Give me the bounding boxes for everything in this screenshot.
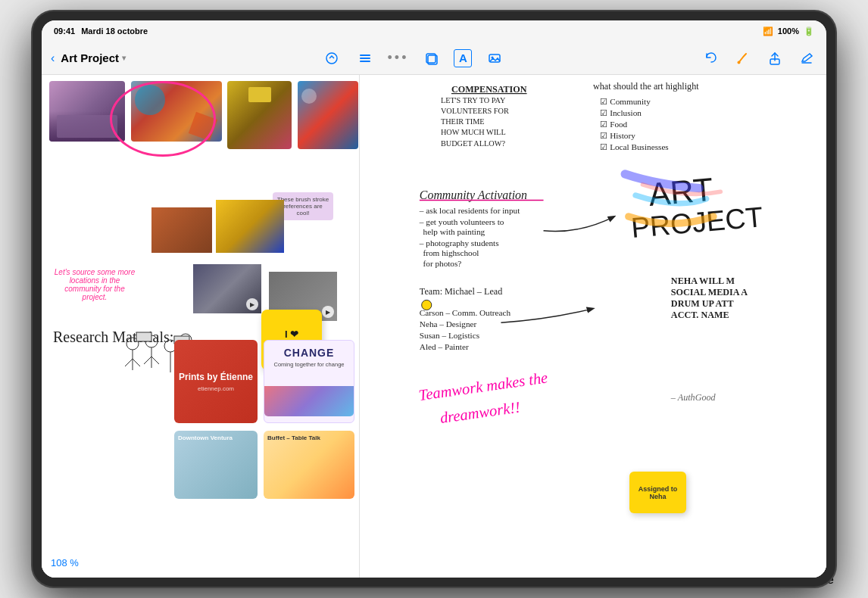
- svg-rect-1: [360, 55, 370, 56]
- event-card-change: CHANGE Coming together for change: [264, 340, 354, 423]
- chevron-down-icon: ▾: [122, 54, 126, 62]
- photo-geometric: [216, 200, 284, 253]
- zoom-indicator: 108 %: [51, 557, 79, 568]
- svg-text:☑ History: ☑ History: [600, 131, 635, 140]
- undo-icon[interactable]: [701, 48, 722, 69]
- svg-text:Susan – Logistics: Susan – Logistics: [420, 331, 479, 340]
- back-button[interactable]: ‹: [51, 51, 55, 65]
- ipad-screen: 09:41 Mardi 18 octobre 📶 100% 🔋 ‹ Art Pr…: [42, 20, 826, 578]
- svg-text:DRUM UP ATT: DRUM UP ATT: [671, 298, 734, 309]
- page-wrapper: Forme Note Zone de texte 09:41 Mardi 18 …: [0, 0, 868, 598]
- project-title-text: Art Project: [61, 51, 119, 64]
- pen-icon[interactable]: [321, 48, 342, 69]
- svg-text:HOW MUCH WILL: HOW MUCH WILL: [441, 128, 506, 136]
- svg-text:Aled – Painter: Aled – Painter: [420, 342, 469, 351]
- svg-text:ACCT. NAME: ACCT. NAME: [671, 310, 729, 320]
- svg-text:– ask local residents for inpu: – ask local residents for input: [419, 206, 520, 215]
- toolbar-left: ‹ Art Project ▾: [51, 51, 126, 65]
- photo-3: [227, 81, 292, 149]
- svg-text:dreamwork!!: dreamwork!!: [439, 398, 521, 426]
- right-panel: COMPENSATION LET'S TRY TO PAY VOLUNTEERS…: [360, 75, 826, 578]
- svg-text:NEHA WILL M: NEHA WILL M: [671, 276, 735, 286]
- svg-text:BUDGET ALLOW?: BUDGET ALLOW?: [441, 139, 506, 148]
- svg-line-16: [144, 357, 151, 364]
- battery-display: 100%: [778, 26, 799, 36]
- main-content: These brush stroke references are cool! …: [42, 75, 826, 578]
- svg-text:☑ Local Businesses: ☑ Local Businesses: [600, 142, 668, 151]
- photo-aerial: ▶: [193, 264, 261, 313]
- status-right: 📶 100% 🔋: [763, 26, 814, 36]
- svg-text:Carson – Comm. Outreach: Carson – Comm. Outreach: [420, 308, 511, 317]
- svg-text:Teamwork makes the: Teamwork makes the: [417, 369, 548, 403]
- svg-text:for photos?: for photos?: [423, 259, 462, 268]
- svg-point-0: [326, 53, 337, 64]
- date-display: Mardi 18 octobre: [81, 26, 148, 36]
- play-button-1[interactable]: ▶: [246, 298, 258, 310]
- image-icon[interactable]: [484, 48, 505, 69]
- svg-text:COMPENSATION: COMPENSATION: [451, 84, 527, 95]
- status-left: 09:41 Mardi 18 octobre: [54, 26, 148, 36]
- toolbar-dots: •••: [388, 50, 409, 66]
- svg-text:Neha – Designer: Neha – Designer: [420, 319, 477, 329]
- svg-rect-22: [136, 332, 151, 341]
- svg-text:☑ Inclusion: ☑ Inclusion: [600, 108, 642, 117]
- event-card-prints: Prints by Étienne etiennep.com: [174, 340, 258, 423]
- event-card-buffet: Buffet – Table Talk: [264, 431, 354, 499]
- svg-text:SOCIAL MEDIA A: SOCIAL MEDIA A: [671, 287, 748, 297]
- svg-text:VOLUNTEERS FOR: VOLUNTEERS FOR: [441, 107, 509, 115]
- pink-community-text: Let's source some more locations in the …: [53, 268, 136, 301]
- ipad-frame: 09:41 Mardi 18 octobre 📶 100% 🔋 ‹ Art Pr…: [33, 11, 835, 587]
- edit-icon[interactable]: [796, 48, 817, 69]
- svg-rect-2: [360, 58, 370, 59]
- status-bar: 09:41 Mardi 18 octobre 📶 100% 🔋: [42, 20, 826, 42]
- sticky-love-line1: I ❤: [285, 329, 298, 340]
- svg-text:LET'S TRY TO PAY: LET'S TRY TO PAY: [441, 96, 506, 104]
- project-title: Art Project ▾: [61, 51, 126, 64]
- svg-text:– AuthGood: – AuthGood: [670, 392, 717, 403]
- svg-text:what should the art highlight: what should the art highlight: [593, 81, 699, 92]
- toolbar-right: [701, 48, 817, 69]
- svg-line-13: [133, 359, 140, 366]
- play-button-2[interactable]: ▶: [322, 306, 334, 318]
- layers-icon[interactable]: [420, 48, 442, 69]
- battery-icon: 🔋: [804, 26, 814, 36]
- photo-4: [298, 81, 358, 149]
- brush-icon[interactable]: [732, 48, 754, 69]
- svg-line-12: [125, 359, 133, 366]
- svg-text:– get youth volunteers to: – get youth volunteers to: [419, 217, 504, 226]
- event-card-ventura: Downtown Ventura: [174, 431, 258, 499]
- svg-text:☑ Community: ☑ Community: [600, 97, 651, 106]
- svg-text:☑ Food: ☑ Food: [600, 120, 627, 129]
- svg-text:– photography students: – photography students: [419, 238, 499, 248]
- time-display: 09:41: [54, 26, 75, 36]
- share-icon[interactable]: [764, 48, 785, 69]
- svg-text:Team: Michael – Lead: Team: Michael – Lead: [420, 286, 502, 297]
- svg-rect-3: [360, 61, 370, 62]
- circle-selection: [110, 81, 216, 157]
- wifi-icon: 📶: [763, 26, 773, 36]
- svg-line-17: [151, 357, 159, 364]
- sticky-assigned: Assigned to Neha: [629, 472, 686, 513]
- toolbar: ‹ Art Project ▾: [42, 42, 826, 75]
- list-icon[interactable]: [354, 48, 376, 69]
- svg-text:from highschool: from highschool: [423, 248, 479, 257]
- svg-text:help with painting: help with painting: [423, 227, 486, 236]
- text-icon[interactable]: A: [454, 49, 472, 67]
- toolbar-center: ••• A: [321, 48, 506, 69]
- photo-brick: [151, 207, 212, 253]
- svg-point-8: [737, 61, 740, 64]
- left-panel: These brush stroke references are cool! …: [42, 75, 360, 578]
- svg-text:THEIR TIME: THEIR TIME: [441, 117, 485, 126]
